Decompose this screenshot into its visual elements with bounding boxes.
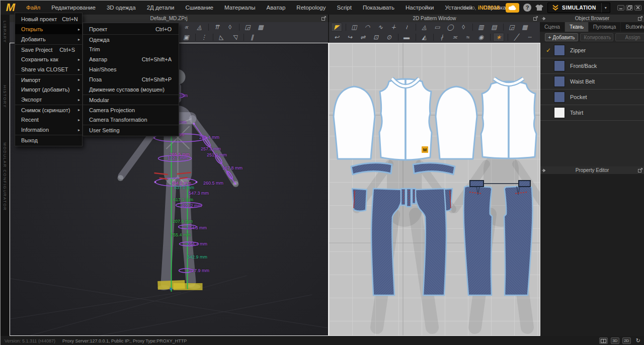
transform-pattern-icon[interactable]: ◤ (331, 23, 342, 32)
fold-dart-icon[interactable]: ◊ (224, 23, 235, 32)
fabric-swatch[interactable] (554, 92, 565, 103)
menubar-item[interactable]: 2Д детали (141, 1, 180, 15)
edit-curvature-icon[interactable]: ◠ (362, 23, 373, 32)
file-menu-item[interactable]: Выход ▸ (15, 135, 82, 145)
measure-tape-icon[interactable]: ∥ (247, 33, 258, 42)
measure-edit-icon[interactable]: ╱ (511, 33, 522, 42)
file-menu-item[interactable]: Information ▸ (15, 125, 82, 135)
submenu-item[interactable]: Hair/Shoes ▸ (83, 64, 179, 74)
action-button[interactable]: Копировать (580, 33, 613, 41)
submenu-item[interactable]: Camera Transformation ▸ (83, 115, 179, 125)
close-button[interactable] (634, 5, 641, 11)
fabric-swatch[interactable] (554, 45, 565, 56)
select-plane-icon[interactable]: ◺ (216, 33, 227, 42)
fabric-swatch[interactable] (554, 60, 565, 71)
grain-line-icon[interactable]: ∗ (493, 33, 504, 42)
submenu-item[interactable]: Modular ▸ (83, 95, 179, 105)
refresh-icon[interactable]: ↻ (636, 337, 640, 344)
submenu-item[interactable]: Trim ▸ (83, 44, 179, 54)
file-menu-item[interactable]: Share via CLOSET ▸ (15, 64, 82, 74)
file-menu-item[interactable]: Новый проект Ctrl+N ▸ (15, 14, 82, 24)
split-view-button[interactable] (599, 337, 608, 344)
rectangle-icon[interactable]: ▭ (432, 23, 443, 32)
sidebar-item-history[interactable]: HISTORY (3, 85, 7, 108)
tab-scroll-right-icon[interactable]: ▸ (640, 25, 642, 29)
menubar-item[interactable]: Показывать (357, 1, 400, 15)
file-menu-item[interactable]: Открыть ▸ (15, 24, 82, 34)
measure-length-icon[interactable]: ┄ (524, 33, 535, 42)
lock-avatar-icon[interactable]: ▣ (181, 33, 192, 42)
polygon-icon[interactable]: ◬ (419, 23, 430, 32)
submenu-item[interactable]: Поза Ctrl+Shift+P ▸ (83, 74, 179, 84)
rotate-copy-icon[interactable]: ↪ (344, 33, 355, 42)
simulation-dropdown-caret[interactable]: ▾ (601, 3, 610, 13)
free-sewing-icon[interactable]: ≈ (462, 33, 473, 42)
tab-scroll-left-icon[interactable]: ◂ (636, 25, 638, 29)
help-button[interactable]: ? (523, 4, 531, 12)
fabric-swatch[interactable] (554, 76, 565, 87)
button-icon[interactable]: ◉ (475, 33, 487, 42)
add-point-icon[interactable]: ∔ (388, 23, 399, 32)
file-menu-item[interactable]: Добавить ▸ (15, 34, 82, 44)
object-browser-tab[interactable]: Сцена (540, 22, 565, 32)
popout-window-icon[interactable] (638, 16, 642, 21)
fabric-swatch[interactable] (554, 107, 565, 118)
popout-window-icon[interactable] (638, 168, 642, 172)
submenu-item[interactable]: Одежда ▸ (83, 34, 179, 44)
file-menu-item[interactable]: Сохранить как ▸ (15, 54, 82, 64)
Pocket[interactable]: Pocket (540, 90, 644, 105)
file-menu-item[interactable]: Save Project Ctrl+S ▸ (15, 44, 82, 54)
popout-window-icon[interactable] (533, 16, 538, 21)
flip-copy-icon[interactable]: ⇌ (357, 33, 368, 42)
grid-cursor-icon[interactable]: ◲ (506, 23, 517, 32)
Zipper[interactable]: Zipper (540, 43, 644, 58)
pleats-fold-icon[interactable]: ▤ (489, 23, 500, 32)
Tshirt[interactable]: Tshirt (540, 105, 644, 121)
menubar-item[interactable]: 3D одежда (101, 1, 141, 15)
action-button[interactable]: Assign (615, 33, 644, 41)
object-browser-tab[interactable]: Пуговица (589, 22, 621, 32)
trace-icon[interactable]: ⊙ (383, 33, 394, 42)
menubar-item[interactable]: Настройки (400, 1, 439, 15)
edit-pattern-icon[interactable]: ◫ (349, 23, 360, 32)
pin-icon[interactable] (542, 17, 546, 21)
segment-sewing-icon[interactable]: ≍ (449, 33, 460, 42)
circle-icon[interactable]: ◯ (445, 23, 456, 32)
file-menu-item[interactable]: Снимок (скриншот) ▸ (15, 105, 82, 115)
submenu-item[interactable]: Проект Ctrl+O ▸ (83, 24, 179, 34)
grid-icon[interactable]: ▦ (519, 23, 530, 32)
view-3d-button[interactable]: 3D (611, 337, 619, 344)
menubar-item[interactable]: Аватар (261, 1, 291, 15)
submenu-item[interactable]: Аватар Ctrl+Shift+A ▸ (83, 54, 179, 64)
closet-cloud-button[interactable] (506, 3, 519, 13)
file-menu-item[interactable]: Экспорт ▸ (15, 95, 82, 105)
edit-curve-point-icon[interactable]: ∿ (375, 23, 386, 32)
submenu-item[interactable]: Camera Projection ▸ (83, 105, 179, 115)
fold-arrangement-icon[interactable]: ⇈ (211, 23, 222, 32)
arrange-garment-icon[interactable]: ◭ (419, 33, 430, 42)
check-icon[interactable] (543, 47, 554, 54)
menubar-item[interactable]: Retopology (291, 1, 331, 15)
Waist Belt[interactable]: Waist Belt (540, 74, 644, 90)
unfold-icon[interactable]: ↩ (331, 33, 342, 42)
symmetric-paste-icon[interactable]: ⊡ (370, 33, 381, 42)
file-menu-item[interactable]: Импорт (добавить) ▸ (15, 84, 82, 95)
pin-curve-icon[interactable]: ∝ (181, 23, 192, 32)
menubar-item[interactable]: Script (332, 1, 357, 15)
grid-cursor-icon[interactable]: ◲ (242, 23, 253, 32)
menubar-item[interactable]: Сшивание (180, 1, 219, 15)
minimize-button[interactable] (617, 5, 624, 11)
plane-icon[interactable]: ◹ (229, 33, 240, 42)
action-button[interactable]: +Добавить (545, 33, 578, 41)
simulation-button[interactable]: SIMULATION ▾ (547, 3, 610, 13)
add-curve-icon[interactable]: ≀ (401, 23, 412, 32)
edit-sewing-icon[interactable]: ∤ (436, 33, 447, 42)
submenu-item[interactable]: Движение суставов (моушен) ▸ (83, 84, 179, 95)
file-menu-item[interactable]: Импорт ▸ (15, 74, 82, 84)
Front/Back[interactable]: Front/Back (540, 58, 644, 74)
dart-icon[interactable]: ◊ (458, 23, 469, 32)
zipper-icon[interactable]: ⋮ (198, 33, 209, 42)
view-2d-button[interactable]: 2D (622, 337, 631, 344)
iron-icon[interactable]: ▬ (401, 33, 412, 42)
viewport-2d-pattern[interactable]: M (329, 43, 540, 335)
